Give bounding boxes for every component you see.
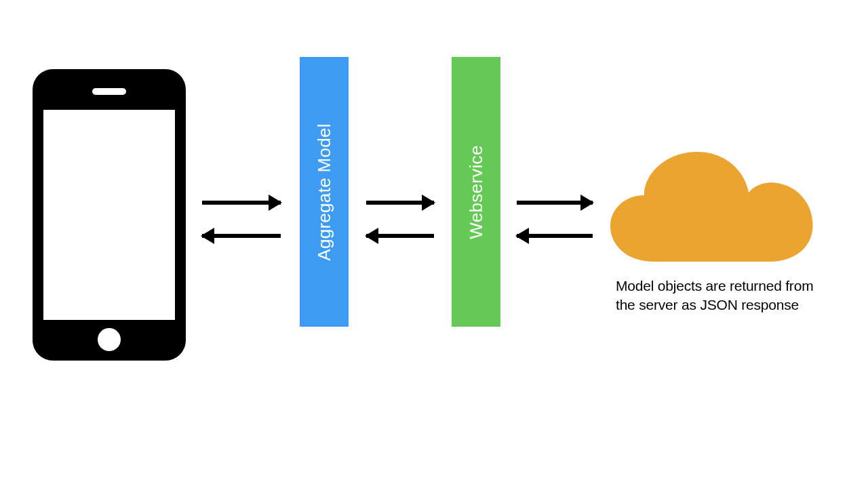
arrow-left-icon <box>366 234 434 238</box>
arrows-aggregate-webservice <box>366 197 434 251</box>
cloud-block: Model objects are returned from the serv… <box>610 148 827 314</box>
phone-home-button <box>98 328 121 351</box>
architecture-diagram: Aggregate Model Webservice Model objects… <box>0 0 868 488</box>
aggregate-model-box: Aggregate Model <box>300 57 349 327</box>
phone-screen <box>43 110 175 320</box>
phone-body <box>33 69 186 361</box>
cloud-caption: Model objects are returned from the serv… <box>616 277 819 314</box>
arrows-phone-aggregate <box>202 197 281 251</box>
arrow-right-icon <box>366 201 434 205</box>
phone-speaker <box>92 88 126 95</box>
phone-icon <box>33 69 186 361</box>
webservice-box: Webservice <box>452 57 500 327</box>
arrow-right-icon <box>202 201 281 205</box>
arrows-webservice-cloud <box>517 197 593 251</box>
arrow-left-icon <box>517 234 593 238</box>
aggregate-model-label: Aggregate Model <box>314 123 335 261</box>
webservice-label: Webservice <box>466 145 487 239</box>
arrow-right-icon <box>517 201 593 205</box>
cloud-icon <box>610 148 814 263</box>
arrow-left-icon <box>202 234 281 238</box>
